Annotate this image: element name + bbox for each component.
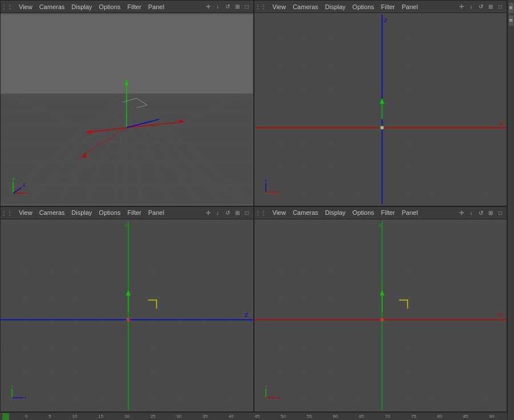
svg-text:X: X (278, 190, 280, 194)
perspective-menu-options[interactable]: Options (98, 3, 122, 10)
svg-marker-25 (179, 120, 185, 123)
svg-line-30 (137, 98, 147, 105)
right-toolbar: ⋮⋮ View Cameras Display Options Filter P… (1, 207, 253, 219)
ruler-65: 65 (359, 414, 364, 419)
right-canvas[interactable]: Right (1, 219, 253, 412)
svg-point-93 (127, 318, 130, 321)
ruler-0: 0 (25, 414, 27, 419)
ruler-15: 15 (98, 414, 103, 419)
ruler-35: 35 (203, 414, 208, 419)
down-icon[interactable]: ↓ (214, 3, 222, 11)
expand-icon[interactable]: ⊞ (233, 3, 241, 11)
front-down-icon[interactable]: ↓ (467, 209, 475, 217)
front-expand-icon[interactable]: ⊞ (487, 209, 495, 217)
front-grid-icon[interactable]: ⋮⋮ (257, 209, 265, 217)
ruler-50: 50 (281, 414, 286, 419)
front-menu-panel[interactable]: Panel (400, 209, 419, 216)
right-menu-panel[interactable]: Panel (147, 209, 165, 216)
front-menu-cameras[interactable]: Cameras (292, 209, 319, 216)
right-grid-icon[interactable]: ⋮⋮ (3, 209, 11, 217)
front-menu-filter[interactable]: Filter (380, 209, 396, 216)
svg-line-21 (127, 91, 225, 204)
maximize-icon[interactable]: □ (243, 3, 251, 11)
top-grid-icon[interactable]: ⋮⋮ (257, 3, 265, 11)
svg-text:Y: Y (12, 177, 15, 181)
svg-rect-0 (1, 14, 253, 204)
top-down-icon[interactable]: ↓ (467, 3, 475, 11)
move-icon[interactable]: ✛ (204, 3, 212, 11)
right-menu-display[interactable]: Display (70, 209, 93, 216)
right-menu-cameras[interactable]: Cameras (38, 209, 66, 216)
top-viewport-row: ⋮⋮ View Cameras Display Options Filter P… (0, 0, 507, 206)
perspective-menu-display[interactable]: Display (70, 3, 93, 10)
top-move-icon[interactable]: ✛ (458, 3, 466, 11)
svg-line-31 (137, 105, 147, 108)
grid-icon[interactable]: ⋮⋮ (3, 3, 11, 11)
right-menu-view[interactable]: View (18, 209, 34, 216)
perspective-canvas[interactable]: Perspective (1, 13, 253, 206)
bottom-ruler: 0 5 10 15 20 25 30 35 40 45 50 55 60 65 … (0, 412, 507, 420)
svg-rect-100 (254, 221, 507, 410)
sidebar-btn-1[interactable]: B (508, 2, 514, 14)
svg-text:X: X (499, 120, 503, 127)
svg-point-121 (380, 318, 383, 321)
svg-line-24 (127, 122, 182, 128)
svg-rect-40 (254, 14, 507, 204)
perspective-toolbar: ⋮⋮ View Cameras Display Options Filter P… (1, 1, 253, 13)
ruler-80: 80 (437, 414, 442, 419)
top-canvas[interactable]: Top (254, 13, 507, 206)
svg-line-19 (127, 91, 171, 204)
svg-line-38 (13, 187, 22, 193)
right-maximize-icon[interactable]: □ (243, 209, 251, 217)
perspective-grid-svg (1, 13, 253, 206)
svg-text:Z: Z (25, 396, 27, 399)
right-expand-icon[interactable]: ⊞ (233, 209, 241, 217)
top-rotate-icon[interactable]: ↺ (477, 3, 485, 11)
front-viewport[interactable]: ⋮⋮ View Cameras Display Options Filter P… (254, 206, 508, 413)
front-rotate-icon[interactable]: ↺ (477, 209, 485, 217)
right-rotate-icon[interactable]: ↺ (224, 209, 232, 217)
top-menu-view[interactable]: View (272, 3, 288, 10)
perspective-menu-panel[interactable]: Panel (147, 3, 165, 10)
rotate-icon[interactable]: ↺ (224, 3, 232, 11)
top-expand-icon[interactable]: ⊞ (487, 3, 495, 11)
svg-line-26 (127, 119, 160, 128)
front-move-icon[interactable]: ✛ (458, 209, 466, 217)
top-menu-options[interactable]: Options (351, 3, 375, 10)
front-toolbar-icons: ⋮⋮ (257, 209, 265, 217)
front-menu-view[interactable]: View (272, 209, 288, 216)
top-menu-panel[interactable]: Panel (400, 3, 419, 10)
right-down-icon[interactable]: ↓ (214, 209, 222, 217)
right-move-icon[interactable]: ✛ (204, 209, 212, 217)
front-menu-options[interactable]: Options (351, 209, 375, 216)
perspective-menu-view[interactable]: View (18, 3, 34, 10)
svg-marker-28 (86, 131, 91, 134)
ruler-45: 45 (254, 414, 260, 419)
svg-line-17 (114, 91, 127, 204)
svg-line-16 (86, 91, 127, 204)
perspective-menu-cameras[interactable]: Cameras (38, 3, 66, 10)
top-viewport[interactable]: ⋮⋮ View Cameras Display Options Filter P… (254, 0, 508, 206)
svg-text:X: X (26, 191, 29, 195)
front-menu-display[interactable]: Display (324, 209, 347, 216)
perspective-viewport[interactable]: ⋮⋮ View Cameras Display Options Filter P… (0, 0, 254, 206)
top-menu-display[interactable]: Display (324, 3, 347, 10)
right-grid-svg: Y Z (1, 219, 253, 412)
perspective-menu-filter[interactable]: Filter (126, 3, 142, 10)
top-toolbar: ⋮⋮ View Cameras Display Options Filter P… (254, 1, 507, 13)
sidebar-btn-2[interactable]: B (508, 15, 514, 26)
right-viewport[interactable]: ⋮⋮ View Cameras Display Options Filter P… (0, 206, 254, 413)
top-menu-cameras[interactable]: Cameras (292, 3, 319, 10)
ruler-30: 30 (176, 414, 181, 419)
top-maximize-icon[interactable]: □ (496, 3, 504, 11)
right-label: Right (5, 222, 23, 230)
top-menu-filter[interactable]: Filter (380, 3, 396, 10)
svg-line-27 (88, 128, 127, 132)
front-maximize-icon[interactable]: □ (496, 209, 504, 217)
right-menu-options[interactable]: Options (98, 209, 122, 216)
right-menu-filter[interactable]: Filter (126, 209, 142, 216)
svg-text:Y: Y (11, 385, 13, 388)
svg-marker-33 (80, 153, 87, 158)
front-canvas[interactable]: Front (254, 219, 507, 412)
front-toolbar: ⋮⋮ View Cameras Display Options Filter P… (254, 207, 507, 219)
